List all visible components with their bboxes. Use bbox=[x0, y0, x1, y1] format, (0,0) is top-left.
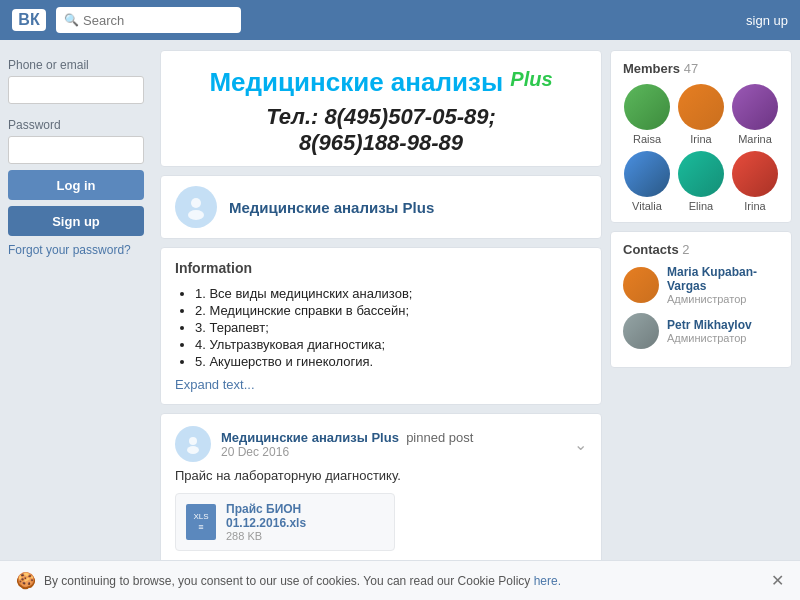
info-list: 1. Все виды медицинских анализов; 2. Мед… bbox=[175, 286, 587, 369]
list-item: 3. Терапевт; bbox=[195, 320, 587, 335]
member-item[interactable]: Irina bbox=[731, 151, 779, 212]
members-count: 47 bbox=[684, 61, 698, 76]
cookie-close-button[interactable]: ✕ bbox=[771, 571, 784, 590]
member-item[interactable]: Elina bbox=[677, 151, 725, 212]
post-text: Прайс на лабораторную диагностику. bbox=[175, 468, 587, 483]
contacts-title: Contacts 2 bbox=[623, 242, 779, 257]
file-info: Прайс БИОН 01.12.2016.xls 288 KB bbox=[226, 502, 384, 542]
banner-title: Медицинские анализы bbox=[209, 67, 503, 97]
contact-role: Администратор bbox=[667, 332, 752, 344]
cookie-link[interactable]: here. bbox=[534, 574, 561, 588]
member-name: Irina bbox=[744, 200, 765, 212]
svg-point-2 bbox=[189, 437, 197, 445]
member-avatar bbox=[624, 84, 670, 130]
contacts-count: 2 bbox=[682, 242, 689, 257]
member-avatar bbox=[678, 84, 724, 130]
expand-text-link[interactable]: Expand text... bbox=[175, 377, 255, 392]
signup-header-link[interactable]: sign up bbox=[746, 13, 788, 28]
password-input[interactable] bbox=[8, 136, 144, 164]
member-name: Raisa bbox=[633, 133, 661, 145]
members-section: Members 47 Raisa Irina Marina Vitalia bbox=[610, 50, 792, 223]
svg-point-1 bbox=[188, 210, 204, 220]
member-avatar bbox=[624, 151, 670, 197]
login-button[interactable]: Log in bbox=[8, 170, 144, 200]
contacts-section: Contacts 2 Maria Kupaban-Vargas Админист… bbox=[610, 231, 792, 368]
cookie-banner: 🍪 By continuing to browse, you consent t… bbox=[0, 560, 800, 600]
main-layout: Phone or email Password Log in Sign up F… bbox=[0, 40, 800, 574]
list-item: 5. Акушерство и гинекология. bbox=[195, 354, 587, 369]
info-block: Information 1. Все виды медицинских анал… bbox=[160, 247, 602, 405]
search-bar[interactable]: 🔍 bbox=[56, 7, 241, 33]
member-item[interactable]: Vitalia bbox=[623, 151, 671, 212]
contact-name[interactable]: Maria Kupaban-Vargas bbox=[667, 265, 779, 293]
banner-plus: Plus bbox=[510, 68, 552, 90]
contact-role: Администратор bbox=[667, 293, 779, 305]
contact-avatar bbox=[623, 267, 659, 303]
member-item[interactable]: Irina bbox=[677, 84, 725, 145]
phone-email-input[interactable] bbox=[8, 76, 144, 104]
phone-email-label: Phone or email bbox=[8, 58, 144, 72]
header: ВК 🔍 sign up bbox=[0, 0, 800, 40]
contact-item[interactable]: Maria Kupaban-Vargas Администратор bbox=[623, 265, 779, 305]
member-name: Vitalia bbox=[632, 200, 662, 212]
password-label: Password bbox=[8, 118, 144, 132]
post-expand-icon[interactable]: ⌄ bbox=[574, 435, 587, 454]
search-icon: 🔍 bbox=[64, 13, 79, 27]
banner-phone1: Тел.: 8(495)507-05-89; bbox=[181, 104, 581, 130]
profile-avatar bbox=[175, 186, 217, 228]
file-size: 288 KB bbox=[226, 530, 384, 542]
list-item: 2. Медицинские справки в бассейн; bbox=[195, 303, 587, 318]
cookie-icon: 🍪 bbox=[16, 571, 36, 590]
member-item[interactable]: Marina bbox=[731, 84, 779, 145]
search-input[interactable] bbox=[83, 13, 223, 28]
right-sidebar: Members 47 Raisa Irina Marina Vitalia bbox=[610, 50, 800, 564]
forgot-password-link[interactable]: Forgot your password? bbox=[8, 243, 131, 257]
file-icon: XLS ≡ bbox=[186, 504, 216, 540]
profile-row: Медицинские анализы Plus bbox=[160, 175, 602, 239]
svg-point-0 bbox=[191, 198, 201, 208]
members-title: Members 47 bbox=[623, 61, 779, 76]
post-date: 20 Dec 2016 bbox=[221, 445, 574, 459]
member-avatar bbox=[678, 151, 724, 197]
banner-phone2: 8(965)188-98-89 bbox=[181, 130, 581, 156]
svg-point-3 bbox=[187, 446, 199, 454]
file-attachment[interactable]: XLS ≡ Прайс БИОН 01.12.2016.xls 288 KB bbox=[175, 493, 395, 551]
profile-name[interactable]: Медицинские анализы Plus bbox=[229, 199, 434, 216]
member-avatar bbox=[732, 151, 778, 197]
member-name: Marina bbox=[738, 133, 772, 145]
post-block: Медицинские анализы Plus pinned post 20 … bbox=[160, 413, 602, 564]
post-author[interactable]: Медицинские анализы Plus bbox=[221, 430, 399, 445]
member-name: Elina bbox=[689, 200, 713, 212]
list-item: 1. Все виды медицинских анализов; bbox=[195, 286, 587, 301]
cookie-text: By continuing to browse, you consent to … bbox=[44, 574, 530, 588]
post-avatar bbox=[175, 426, 211, 462]
contact-name[interactable]: Petr Mikhaylov bbox=[667, 318, 752, 332]
post-pinned: pinned post bbox=[406, 430, 473, 445]
members-grid: Raisa Irina Marina Vitalia Elina bbox=[623, 84, 779, 212]
banner-phone: Тел.: 8(495)507-05-89; 8(965)188-98-89 bbox=[181, 104, 581, 156]
signup-button[interactable]: Sign up bbox=[8, 206, 144, 236]
member-name: Irina bbox=[690, 133, 711, 145]
member-avatar bbox=[732, 84, 778, 130]
member-item[interactable]: Raisa bbox=[623, 84, 671, 145]
contact-item[interactable]: Petr Mikhaylov Администратор bbox=[623, 313, 779, 349]
left-sidebar: Phone or email Password Log in Sign up F… bbox=[0, 50, 152, 564]
info-title: Information bbox=[175, 260, 587, 276]
contact-avatar bbox=[623, 313, 659, 349]
file-name[interactable]: Прайс БИОН 01.12.2016.xls bbox=[226, 502, 384, 530]
banner: Медицинские анализы Plus Тел.: 8(495)507… bbox=[160, 50, 602, 167]
post-header: Медицинские анализы Plus pinned post 20 … bbox=[175, 426, 587, 462]
vk-logo[interactable]: ВК bbox=[12, 9, 46, 31]
center-content: Медицинские анализы Plus Тел.: 8(495)507… bbox=[152, 50, 610, 564]
list-item: 4. Ультразвуковая диагностика; bbox=[195, 337, 587, 352]
post-meta: Медицинские анализы Plus pinned post 20 … bbox=[221, 430, 574, 459]
